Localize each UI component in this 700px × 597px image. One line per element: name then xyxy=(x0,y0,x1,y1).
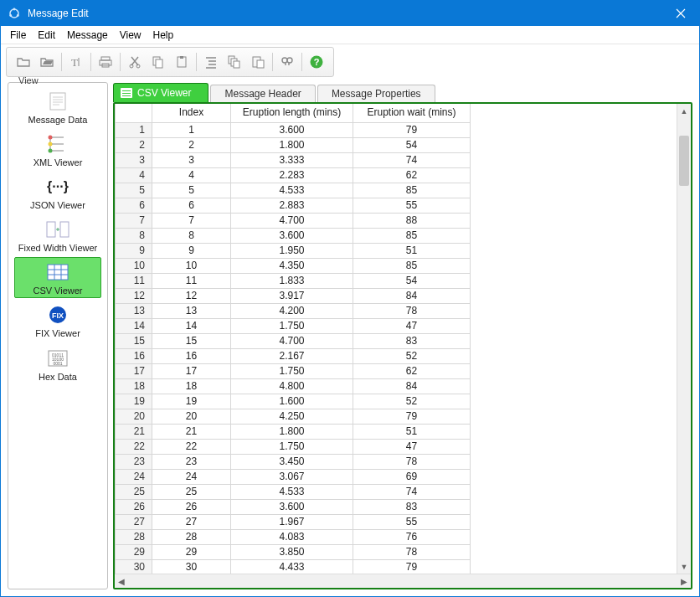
cell[interactable]: 78 xyxy=(353,454,471,469)
cell[interactable]: 5 xyxy=(152,183,231,198)
cell[interactable]: 19 xyxy=(152,394,231,409)
cell[interactable]: 54 xyxy=(353,273,471,288)
table-row[interactable]: 23233.45078 xyxy=(116,454,471,469)
cell[interactable]: 79 xyxy=(353,409,471,424)
cell[interactable]: 1.600 xyxy=(231,394,353,409)
cell[interactable]: 3.600 xyxy=(231,499,353,514)
cell[interactable]: 28 xyxy=(152,529,231,544)
cell[interactable]: 4.433 xyxy=(231,559,353,574)
cell[interactable]: 30 xyxy=(152,559,231,574)
paste-icon[interactable] xyxy=(170,50,193,74)
cell[interactable]: 83 xyxy=(353,499,471,514)
cell[interactable]: 55 xyxy=(353,514,471,529)
table-row[interactable]: 27271.96755 xyxy=(116,514,471,529)
cell[interactable]: 85 xyxy=(353,258,471,273)
cell[interactable]: 4.700 xyxy=(231,333,353,348)
table-row[interactable]: 10104.35085 xyxy=(116,258,471,273)
find-icon[interactable] xyxy=(275,50,299,74)
cell[interactable]: 47 xyxy=(353,318,471,333)
cell[interactable]: 12 xyxy=(152,288,231,303)
cell[interactable]: 55 xyxy=(353,198,471,213)
table-row[interactable]: 30304.43379 xyxy=(116,559,471,574)
cell[interactable]: 23 xyxy=(152,454,231,469)
cell[interactable]: 78 xyxy=(353,303,471,318)
sidebar-item-fix-viewer[interactable]: FIXFIX Viewer xyxy=(14,300,101,341)
cell[interactable]: 3.333 xyxy=(231,152,353,167)
table-row[interactable]: 113.60079 xyxy=(116,122,471,137)
scroll-left-icon[interactable]: ◀ xyxy=(118,577,125,586)
table-row[interactable]: 991.95051 xyxy=(116,243,471,258)
scroll-thumb[interactable] xyxy=(679,136,689,186)
cell[interactable]: 1.750 xyxy=(231,318,353,333)
print-icon[interactable] xyxy=(94,50,117,74)
table-row[interactable]: 29293.85078 xyxy=(116,544,471,559)
table-row[interactable]: 17171.75062 xyxy=(116,363,471,378)
menu-view[interactable]: View xyxy=(114,28,147,43)
table-row[interactable]: 28284.08376 xyxy=(116,529,471,544)
table-row[interactable]: 18184.80084 xyxy=(116,378,471,394)
cell[interactable]: 85 xyxy=(353,228,471,243)
table-row[interactable]: 22221.75047 xyxy=(116,439,471,454)
cell[interactable]: 22 xyxy=(152,439,231,454)
font-icon[interactable]: T xyxy=(64,50,88,74)
cell[interactable]: 88 xyxy=(353,213,471,228)
cell[interactable]: 26 xyxy=(152,499,231,514)
cell[interactable]: 29 xyxy=(152,544,231,559)
cell[interactable]: 4 xyxy=(152,167,231,183)
cell[interactable]: 21 xyxy=(152,424,231,439)
cell[interactable]: 10 xyxy=(152,258,231,273)
table-row[interactable]: 221.80054 xyxy=(116,137,471,152)
cell[interactable]: 4.800 xyxy=(231,378,353,394)
sidebar-item-json-viewer[interactable]: {···}JSON Viewer xyxy=(14,172,101,213)
scroll-right-icon[interactable]: ▶ xyxy=(681,577,687,586)
cell[interactable]: 16 xyxy=(152,348,231,363)
cell[interactable]: 14 xyxy=(152,318,231,333)
column-header[interactable]: Eruption length (mins) xyxy=(231,104,353,122)
table-row[interactable]: 15154.70083 xyxy=(116,333,471,348)
sidebar-item-fixed-width-viewer[interactable]: Fixed Width Viewer xyxy=(14,214,101,255)
tab-message-properties[interactable]: Message Properties xyxy=(317,85,435,102)
cell[interactable]: 78 xyxy=(353,544,471,559)
table-row[interactable]: 19191.60052 xyxy=(116,394,471,409)
copy-icon[interactable] xyxy=(147,50,170,74)
menu-help[interactable]: Help xyxy=(147,28,180,43)
cell[interactable]: 9 xyxy=(152,243,231,258)
column-header[interactable] xyxy=(116,104,152,122)
cell[interactable]: 76 xyxy=(353,529,471,544)
cell[interactable]: 47 xyxy=(353,439,471,454)
cell[interactable]: 20 xyxy=(152,409,231,424)
cell[interactable]: 4.350 xyxy=(231,258,353,273)
menu-edit[interactable]: Edit xyxy=(32,28,61,43)
table-row[interactable]: 554.53385 xyxy=(116,183,471,198)
cell[interactable]: 1.967 xyxy=(231,514,353,529)
open-icon[interactable] xyxy=(12,50,35,74)
cell[interactable]: 18 xyxy=(152,378,231,394)
sidebar-item-hex-data[interactable]: 01011101000001Hex Data xyxy=(14,343,101,384)
cell[interactable]: 15 xyxy=(152,333,231,348)
cell[interactable]: 8 xyxy=(152,228,231,243)
sidebar-item-xml-viewer[interactable]: XML Viewer xyxy=(14,129,101,170)
cell[interactable]: 54 xyxy=(353,137,471,152)
cell[interactable]: 85 xyxy=(353,183,471,198)
cell[interactable]: 4.700 xyxy=(231,213,353,228)
cell[interactable]: 51 xyxy=(353,243,471,258)
table-row[interactable]: 662.88355 xyxy=(116,198,471,213)
cell[interactable]: 4.533 xyxy=(231,183,353,198)
cell[interactable]: 3.600 xyxy=(231,122,353,137)
cell[interactable]: 11 xyxy=(152,273,231,288)
cell[interactable]: 4.533 xyxy=(231,484,353,499)
cell[interactable]: 3.917 xyxy=(231,288,353,303)
cell[interactable]: 13 xyxy=(152,303,231,318)
cell[interactable]: 17 xyxy=(152,363,231,378)
cell[interactable]: 7 xyxy=(152,213,231,228)
cell[interactable]: 1.800 xyxy=(231,137,353,152)
cell[interactable]: 1.800 xyxy=(231,424,353,439)
table-row[interactable]: 13134.20078 xyxy=(116,303,471,318)
horizontal-scrollbar[interactable]: ◀ ▶ xyxy=(115,574,691,588)
cell[interactable]: 3 xyxy=(152,152,231,167)
cut-icon[interactable] xyxy=(123,50,147,74)
indent-icon[interactable] xyxy=(199,50,223,74)
cell[interactable]: 83 xyxy=(353,333,471,348)
close-button[interactable] xyxy=(661,1,699,26)
cell[interactable]: 62 xyxy=(353,363,471,378)
